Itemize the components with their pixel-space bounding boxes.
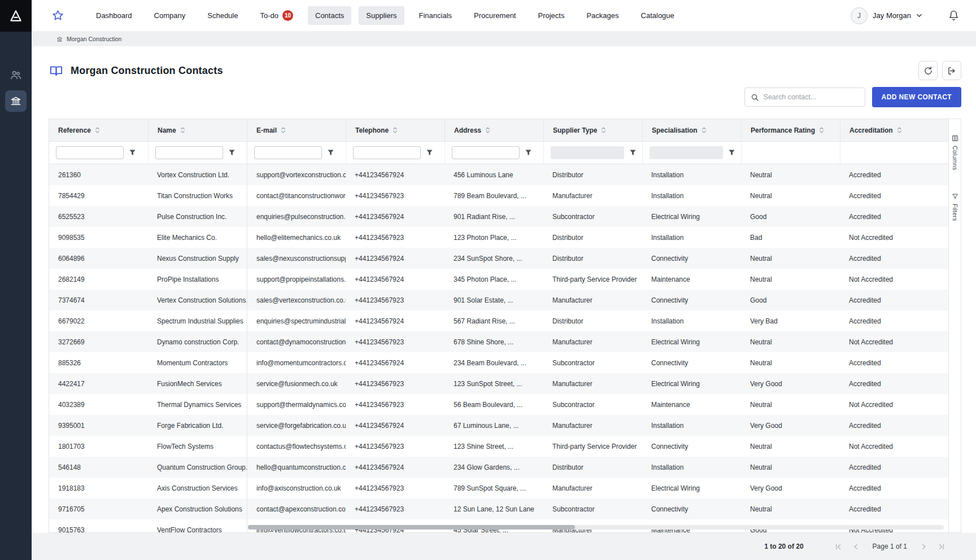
filter-input-reference[interactable] <box>56 146 124 159</box>
cell-accreditation: Accredited <box>840 457 939 478</box>
nav-item-dashboard[interactable]: Dashboard <box>89 6 140 25</box>
cell-address: 123 SunSpot Street, ... <box>445 373 543 394</box>
table-row[interactable]: 261360Vortex Construction Ltd.support@vo… <box>49 164 948 185</box>
filter-input-telephone[interactable] <box>353 146 421 159</box>
refresh-button[interactable] <box>918 61 938 80</box>
filter-input-email[interactable] <box>254 146 322 159</box>
app-logo[interactable] <box>0 0 32 32</box>
column-header-specialisation[interactable]: Specialisation <box>642 119 741 141</box>
cell-performance-rating: Very Good <box>741 415 840 436</box>
column-header-telephone[interactable]: Telephone <box>346 119 445 141</box>
horizontal-scrollbar-track[interactable] <box>248 525 944 530</box>
filter-select-supplier-type[interactable] <box>551 146 624 159</box>
filter-cell-reference <box>49 142 148 164</box>
cell-telephone: +441234567923 <box>346 373 445 394</box>
nav-item-suppliers[interactable]: Suppliers <box>359 6 404 25</box>
filter-funnel-icon-address[interactable] <box>525 150 531 156</box>
table-row[interactable]: 885326Momentum Contractorsinfo@momentumc… <box>49 352 948 373</box>
table-row[interactable]: 6679022Spectrum Industrial Suppliesenqui… <box>49 310 948 331</box>
search-input[interactable] <box>764 93 859 101</box>
column-label: Telephone <box>355 126 389 134</box>
table-row[interactable]: 546148Quantum Construction Group...hello… <box>49 457 948 478</box>
column-header-email[interactable]: E-mail <box>247 119 346 141</box>
next-page-button[interactable] <box>920 542 928 551</box>
add-new-contact-button[interactable]: ADD NEW CONTACT <box>872 87 961 107</box>
table-row[interactable]: 9395001Forge Fabrication Ltd.service@for… <box>49 415 948 436</box>
table-row[interactable]: 7854429Titan Construction Workscontact@t… <box>49 185 948 206</box>
table-row[interactable]: 2682149ProPipe Installationssupport@prop… <box>49 269 948 290</box>
column-header-accreditation[interactable]: Accreditation <box>840 119 939 141</box>
cell-reference: 9098535 <box>49 227 148 248</box>
people-icon <box>10 69 22 81</box>
tab-columns[interactable]: Columns <box>952 135 958 170</box>
breadcrumb-item-company[interactable]: Morgan Construction <box>67 36 121 42</box>
cell-supplier-type: Subcontractor <box>543 498 642 519</box>
cell-supplier-type: Subcontractor <box>543 206 642 227</box>
nav-item-catalogue[interactable]: Catalogue <box>634 6 682 25</box>
top-nav: DashboardCompanyScheduleTo-do10ContactsS… <box>32 0 976 32</box>
nav-item-financials[interactable]: Financials <box>412 6 460 25</box>
notifications-button[interactable] <box>948 10 959 21</box>
filter-funnel-icon-email[interactable] <box>328 150 334 156</box>
table-row[interactable]: 3272669Dynamo construction Corp.contact@… <box>49 331 948 352</box>
page-inner: Morgan Construction Contacts <box>32 46 976 533</box>
nav-item-projects[interactable]: Projects <box>530 6 572 25</box>
horizontal-scrollbar-thumb[interactable] <box>248 525 575 530</box>
pagination-bar: 1 to 20 of 20 Page 1 of 1 <box>32 533 976 560</box>
cell-email: hello@quantumconstruction.co. <box>247 457 346 478</box>
filter-select-specialisation[interactable] <box>650 146 723 159</box>
table-row[interactable]: 4032389Thermal Dynamics Servicessupport@… <box>49 394 948 415</box>
cell-telephone: +441234567923 <box>346 331 445 352</box>
first-page-icon <box>834 542 843 551</box>
nav-item-to-do[interactable]: To-do10 <box>252 5 300 26</box>
first-page-button[interactable] <box>834 542 843 551</box>
column-header-supplier-type[interactable]: Supplier Type <box>543 119 642 141</box>
favorites-button[interactable] <box>52 10 64 21</box>
table-row[interactable]: 4422417FusionMech Servicesservice@fusion… <box>49 373 948 394</box>
user-menu[interactable]: J Jay Morgan <box>851 7 922 24</box>
cell-performance-rating: Neutral <box>741 352 840 373</box>
filter-funnel-icon-telephone[interactable] <box>426 150 433 156</box>
table-row[interactable]: 9098535Elite Mechanics Co.hello@elitemec… <box>49 227 948 248</box>
filter-funnel-icon-supplier-type[interactable] <box>630 150 636 156</box>
page-contacts: Morgan Construction Contacts <box>32 46 976 560</box>
column-header-address[interactable]: Address <box>445 119 543 141</box>
nav-item-contacts[interactable]: Contacts <box>308 6 351 25</box>
cell-address: 789 Beam Boulevard, ... <box>445 185 543 206</box>
table-row[interactable]: 9716705Apex Construction Solutionscontac… <box>49 498 948 519</box>
last-page-button[interactable] <box>937 542 945 551</box>
previous-page-button[interactable] <box>852 542 860 551</box>
filter-funnel-icon-specialisation[interactable] <box>729 150 735 156</box>
nav-item-schedule[interactable]: Schedule <box>200 6 245 25</box>
sidebar-item-people[interactable] <box>5 64 27 86</box>
cell-telephone: +441234567924 <box>346 310 445 331</box>
nav-item-procurement[interactable]: Procurement <box>467 6 523 25</box>
tab-filters[interactable]: Filters <box>952 193 958 221</box>
cell-accreditation: Not Accredited <box>840 269 939 290</box>
table-row[interactable]: 6525523Pulse Construction Inc.enquiries@… <box>49 206 948 227</box>
column-header-performance-rating[interactable]: Performance Rating <box>741 119 840 141</box>
sidebar-item-company[interactable] <box>5 90 27 112</box>
cell-address: 123 Photon Place, ... <box>445 227 543 248</box>
cell-name: Momentum Contractors <box>148 352 247 373</box>
cell-email: info@momentumcontractors.co. <box>247 352 346 373</box>
title-row: Morgan Construction Contacts <box>49 61 961 80</box>
table-row[interactable]: 1801703FlowTech Systemscontactus@flowtec… <box>49 436 948 457</box>
filter-input-name[interactable] <box>155 146 223 159</box>
column-header-reference[interactable]: Reference <box>49 119 148 141</box>
cell-telephone: +441234567924 <box>346 269 445 290</box>
cell-supplier-type: Manufacturer <box>543 373 642 394</box>
cell-address: 789 SunSpot Square, ... <box>445 478 543 498</box>
filter-funnel-icon-reference[interactable] <box>129 150 136 156</box>
table-row[interactable]: 1918183Axis Construction Servicesinfo@ax… <box>49 478 948 498</box>
nav-item-packages[interactable]: Packages <box>579 6 626 25</box>
filter-funnel-icon-name[interactable] <box>229 150 235 156</box>
export-button[interactable] <box>942 61 961 80</box>
column-header-name[interactable]: Name <box>148 119 247 141</box>
nav-item-company[interactable]: Company <box>147 6 193 25</box>
cell-supplier-type: Manufacturer <box>543 415 642 436</box>
filter-input-address[interactable] <box>452 146 520 159</box>
table-row[interactable]: 6064896Nexus Construction Supplysales@ne… <box>49 248 948 269</box>
cell-specialisation: Electrical Wiring <box>642 478 741 498</box>
table-row[interactable]: 7374674Vertex Construction Solutions...s… <box>49 290 948 310</box>
